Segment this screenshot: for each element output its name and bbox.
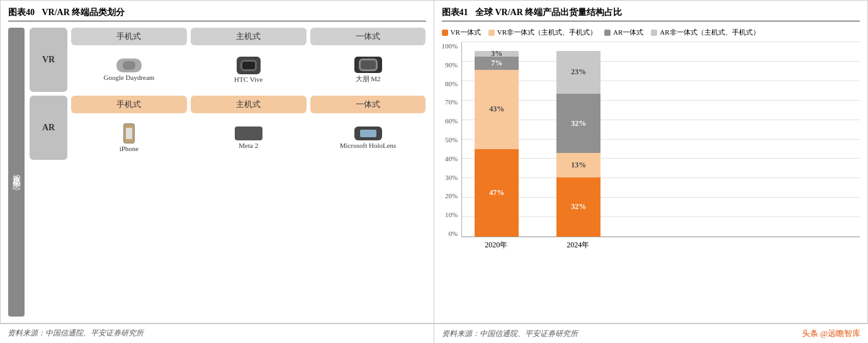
bar-segment: 47% bbox=[475, 149, 519, 237]
meta2-icon bbox=[235, 127, 262, 140]
vr-allinone-label: 一体式 bbox=[310, 28, 426, 45]
bar-group: 47%43%7%3% bbox=[475, 51, 519, 237]
legend-label-0: VR一体式 bbox=[451, 28, 481, 37]
x-axis-label: 2020年 bbox=[474, 240, 518, 250]
chart-legend: VR一体式 VR非一体式（主机式、手机式） AR一体式 AR非一体式（主机式、手… bbox=[442, 28, 860, 37]
y-axis-label: 100% bbox=[442, 42, 458, 50]
legend-label-1: VR非一体式（主机式、手机式） bbox=[497, 28, 597, 37]
legend-item-0: VR一体式 bbox=[442, 28, 481, 37]
ar-allinone-img: Microsoft HoloLens bbox=[340, 116, 397, 160]
grid-line bbox=[462, 120, 860, 120]
stacked-bar: 32%13%32%23% bbox=[556, 51, 600, 237]
grid-lines bbox=[462, 42, 860, 237]
ar-mobile-box: 手机式 iPhone bbox=[71, 96, 187, 160]
iphone-icon bbox=[123, 123, 135, 143]
y-axis-label: 20% bbox=[445, 192, 458, 200]
ar-mobile-label: 手机式 bbox=[71, 96, 187, 113]
footer-strip: 资料来源：中国信通院、平安证券研究所 资料来源：中国信通院、平安证券研究所 头条… bbox=[0, 323, 868, 343]
grid-line bbox=[462, 81, 860, 81]
ar-allinone-label: 一体式 bbox=[310, 96, 426, 113]
grid-line bbox=[462, 61, 860, 62]
ar-mobile-img: iPhone bbox=[120, 116, 139, 160]
legend-label-2: AR一体式 bbox=[613, 28, 643, 37]
grid-line bbox=[462, 177, 860, 178]
y-axis-label: 30% bbox=[445, 174, 458, 181]
hololens-icon bbox=[354, 127, 382, 140]
grid-line bbox=[462, 197, 860, 198]
y-axis-label: 0% bbox=[449, 230, 458, 237]
hololens-name: Microsoft HoloLens bbox=[340, 142, 397, 149]
y-axis: 100%90%80%70%60%50%40%30%20%10%0% bbox=[442, 42, 462, 237]
fig40-subtitle: VR/AR 终端品类划分 bbox=[42, 8, 125, 17]
legend-item-1: VR非一体式（主机式、手机式） bbox=[488, 28, 597, 37]
grid-line bbox=[462, 158, 860, 159]
legend-label-3: AR非一体式（主机式、手机式） bbox=[660, 28, 759, 37]
left-panel-title: 图表40 VR/AR 终端品类划分 bbox=[8, 7, 426, 21]
legend-item-3: AR非一体式（主机式、手机式） bbox=[651, 28, 759, 37]
watermark: 头条 @远瞻智库 bbox=[802, 328, 860, 339]
bar-segment: 32% bbox=[556, 94, 600, 153]
x-axis-labels: 2020年2024年 bbox=[461, 237, 860, 250]
bar-segment: 32% bbox=[556, 177, 600, 237]
vr-mobile-img: Google Daydream bbox=[103, 48, 154, 92]
x-axis-label: 2024年 bbox=[556, 240, 600, 250]
grid-container: VR 手机式 Google Daydream 主机式 bbox=[30, 28, 426, 317]
y-axis-label: 50% bbox=[445, 136, 458, 143]
right-panel: 图表41 全球 VR/AR 终端产品出货量结构占比 VR一体式 VR非一体式（主… bbox=[434, 1, 868, 323]
daydream-name: Google Daydream bbox=[103, 74, 154, 81]
grid-line bbox=[462, 139, 860, 140]
dpeng-icon bbox=[354, 57, 382, 73]
ar-console-img: Meta 2 bbox=[235, 116, 262, 160]
legend-dot-1 bbox=[488, 30, 495, 36]
bar-segment: 23% bbox=[556, 51, 600, 94]
htc-name: HTC Vive bbox=[234, 76, 262, 83]
grid-line bbox=[462, 100, 860, 101]
chart-area: 100%90%80%70%60%50%40%30%20%10%0% 47%43%… bbox=[442, 42, 860, 317]
grid-line bbox=[462, 42, 860, 42]
left-panel: 图表40 VR/AR 终端品类划分 按产品形态 VR 手机式 Google Da… bbox=[1, 1, 434, 323]
y-axis-label: 70% bbox=[445, 98, 458, 106]
legend-dot-3 bbox=[651, 30, 657, 36]
bar-segment: 13% bbox=[556, 153, 600, 177]
vr-category: VR bbox=[30, 28, 67, 92]
vr-console-img: HTC Vive bbox=[234, 48, 262, 92]
bar-segment: 43% bbox=[475, 70, 519, 150]
fig40-num: 图表40 bbox=[8, 8, 35, 17]
vr-console-box: 主机式 HTC Vive bbox=[191, 28, 307, 92]
iphone-name: iPhone bbox=[120, 145, 139, 152]
legend-dot-0 bbox=[442, 30, 448, 36]
ar-row: AR 手机式 iPhone 主机式 Meta 2 bbox=[30, 96, 426, 160]
bar-segment: 3% bbox=[475, 51, 519, 57]
fig41-num: 图表41 bbox=[442, 8, 468, 17]
grid-line bbox=[462, 236, 860, 237]
side-label: 按产品形态 bbox=[8, 28, 25, 317]
ar-console-label: 主机式 bbox=[191, 96, 307, 113]
main-content: 图表40 VR/AR 终端品类划分 按产品形态 VR 手机式 Google Da… bbox=[0, 0, 868, 323]
left-diagram: 按产品形态 VR 手机式 Google Daydream 主机 bbox=[8, 28, 426, 317]
bar-segment: 7% bbox=[475, 57, 519, 70]
dpeng-name: 大朋 M2 bbox=[356, 74, 381, 84]
y-axis-label: 80% bbox=[445, 80, 458, 87]
ar-category: AR bbox=[30, 96, 67, 160]
vr-mobile-box: 手机式 Google Daydream bbox=[71, 28, 187, 92]
legend-dot-2 bbox=[604, 30, 611, 36]
meta2-name: Meta 2 bbox=[239, 142, 258, 149]
htc-icon bbox=[237, 57, 261, 74]
bar-group: 32%13%32%23% bbox=[556, 51, 600, 237]
y-axis-label: 90% bbox=[445, 61, 458, 69]
y-axis-label: 10% bbox=[445, 211, 458, 218]
ar-console-box: 主机式 Meta 2 bbox=[191, 96, 307, 160]
vr-allinone-box: 一体式 大朋 M2 bbox=[310, 28, 426, 92]
bars-container: 47%43%7%3%32%13%32%23% bbox=[461, 42, 860, 237]
vr-allinone-img: 大朋 M2 bbox=[354, 48, 382, 92]
footer-right: 资料来源：中国信通院、平安证券研究所 头条 @远瞻智库 bbox=[434, 324, 869, 343]
footer-left: 资料来源：中国信通院、平安证券研究所 bbox=[0, 324, 434, 343]
daydream-icon bbox=[116, 59, 142, 72]
footer-right-source: 资料来源：中国信通院、平安证券研究所 bbox=[442, 329, 578, 339]
stacked-bar: 47%43%7%3% bbox=[475, 51, 519, 237]
y-axis-label: 60% bbox=[445, 117, 458, 125]
legend-item-2: AR一体式 bbox=[604, 28, 643, 37]
vr-console-label: 主机式 bbox=[191, 28, 307, 45]
vr-row: VR 手机式 Google Daydream 主机式 bbox=[30, 28, 426, 92]
vr-mobile-label: 手机式 bbox=[71, 28, 187, 45]
